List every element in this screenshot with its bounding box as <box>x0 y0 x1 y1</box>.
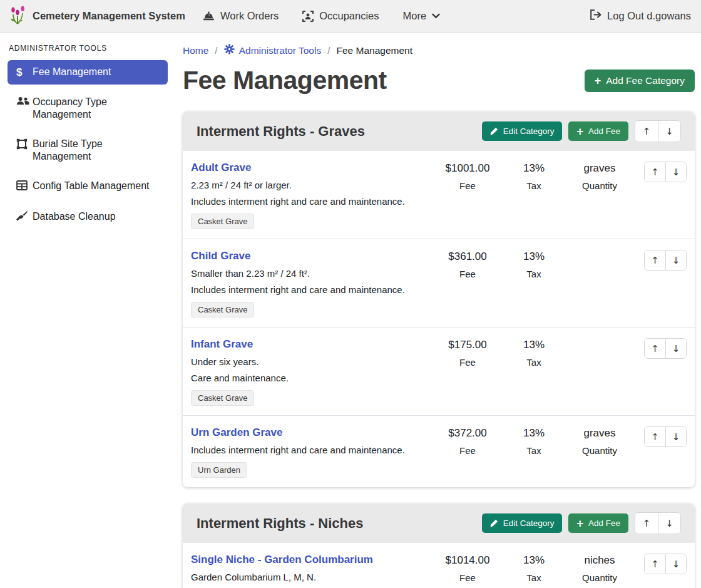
move-category-up-button[interactable]: ↑ <box>635 121 658 142</box>
fee-quantity-value: graves <box>563 427 637 440</box>
fee-tax-label: Tax <box>505 180 563 191</box>
fee-amount: $372.00 Fee <box>430 426 505 456</box>
top-navbar: Cemetery Management System Work Orders <box>0 0 701 33</box>
nav-links: Work Orders Occupancies More <box>203 10 440 22</box>
nav-item-more[interactable]: More <box>403 10 441 22</box>
plus-icon: + <box>576 127 583 136</box>
move-fee-up-button[interactable]: ↑ <box>645 554 665 574</box>
move-fee-down-button[interactable]: ↓ <box>665 162 686 182</box>
sidebar-item-occupancy-type-management[interactable]: Occupancy Type Management <box>8 90 168 126</box>
fee-amount-value: $175.00 <box>430 339 505 351</box>
hard-hat-icon <box>203 11 215 21</box>
fee-description: Includes interment right and care and ma… <box>191 445 430 455</box>
fee-tag: Casket Grave <box>191 390 254 406</box>
page-title: Fee Management <box>183 66 387 95</box>
fee-row-child-grave: Child Grave Smaller than 2.23 m² / 24 ft… <box>183 239 695 327</box>
sidebar-item-config-table-management[interactable]: Config Table Management <box>8 174 168 199</box>
move-fee-down-button[interactable]: ↓ <box>665 554 686 574</box>
fee-tax-value: 13% <box>505 162 563 175</box>
fee-row-single-niche: Single Niche - Garden Columbarium Garden… <box>183 543 695 588</box>
sidebar-item-label: Database Cleanup <box>33 210 116 223</box>
breadcrumb: Home / Administrator Tools <box>183 44 695 57</box>
nav-item-occupancies[interactable]: Occupancies <box>302 10 379 22</box>
fee-reorder-group: ↑ ↓ <box>644 554 687 574</box>
fee-amount: $361.00 Fee <box>430 250 505 279</box>
vector-square-icon <box>16 138 33 153</box>
move-fee-up-button[interactable]: ↑ <box>645 339 665 358</box>
fee-name-link[interactable]: Infant Grave <box>191 338 253 351</box>
fee-quantity-label: Quantity <box>563 572 637 583</box>
move-fee-up-button[interactable]: ↑ <box>645 250 665 270</box>
nav-label: More <box>403 10 427 22</box>
sidebar-item-label: Fee Management <box>33 66 111 78</box>
fee-amount-label: Fee <box>430 445 505 456</box>
logout-icon <box>590 9 601 23</box>
fee-description: Includes interment right and care and ma… <box>191 284 430 295</box>
app-brand[interactable]: Cemetery Management System <box>10 6 185 27</box>
add-fee-button[interactable]: + Add Fee <box>568 513 628 533</box>
fee-reorder-group: ↑ ↓ <box>644 162 687 182</box>
fee-amount-value: $372.00 <box>430 427 505 440</box>
nav-label: Work Orders <box>220 10 279 22</box>
fee-description: Under six years. <box>191 356 430 367</box>
move-fee-up-button[interactable]: ↑ <box>645 162 665 182</box>
add-fee-category-button[interactable]: + Add Fee Category <box>585 70 695 92</box>
nav-item-work-orders[interactable]: Work Orders <box>203 10 279 22</box>
broom-icon <box>16 211 33 225</box>
fee-amount: $1001.00 Fee <box>430 162 505 191</box>
fee-tax: 13% Tax <box>505 554 563 583</box>
plus-icon: + <box>595 76 601 85</box>
sidebar: ADMINISTRATOR TOOLS $ Fee Management Occ… <box>0 33 175 236</box>
sidebar-item-label: Config Table Management <box>33 180 150 192</box>
move-fee-up-button[interactable]: ↑ <box>645 427 665 446</box>
occupancy-frame-icon <box>302 11 314 22</box>
nav-label: Occupancies <box>319 10 379 22</box>
edit-category-button[interactable]: Edit Category <box>482 513 563 533</box>
move-category-down-button[interactable]: ↓ <box>658 513 680 534</box>
button-label: Add Fee <box>588 518 620 528</box>
plus-icon: + <box>576 519 583 528</box>
breadcrumb-label: Administrator Tools <box>239 45 322 56</box>
move-fee-down-button[interactable]: ↓ <box>665 339 686 358</box>
pencil-icon <box>490 519 498 527</box>
fee-quantity: graves Quantity <box>563 162 637 191</box>
sidebar-item-label: Burial Site Type Management <box>33 138 160 163</box>
fee-description: Smaller than 2.23 m² / 24 ft². <box>191 268 430 279</box>
fee-tax-label: Tax <box>505 445 563 456</box>
breadcrumb-home-link[interactable]: Home <box>183 45 208 56</box>
logout-button[interactable]: Log Out d.gowans <box>590 9 691 23</box>
main-content: Home / Administrator Tools <box>175 33 701 588</box>
fee-description: Garden Columbarium L, M, N. <box>191 572 430 582</box>
fee-amount-label: Fee <box>430 269 505 279</box>
fee-tax-value: 13% <box>505 554 563 567</box>
fee-tax: 13% Tax <box>505 250 563 279</box>
fee-name-link[interactable]: Child Grave <box>191 250 250 262</box>
fee-quantity-value: niches <box>563 554 637 567</box>
button-label: Add Fee <box>588 126 620 136</box>
add-fee-button[interactable]: + Add Fee <box>568 121 628 141</box>
gear-icon <box>224 44 235 57</box>
move-category-down-button[interactable]: ↓ <box>658 121 680 142</box>
fee-name-link[interactable]: Urn Garden Grave <box>191 426 282 439</box>
move-fee-down-button[interactable]: ↓ <box>665 250 686 270</box>
sidebar-item-fee-management[interactable]: $ Fee Management <box>8 60 168 85</box>
fee-name-link[interactable]: Adult Grave <box>191 162 251 174</box>
sidebar-item-burial-site-type-management[interactable]: Burial Site Type Management <box>8 132 168 168</box>
move-fee-down-button[interactable]: ↓ <box>665 427 686 446</box>
breadcrumb-admin-tools-link[interactable]: Administrator Tools <box>224 44 322 57</box>
app-title: Cemetery Management System <box>33 10 185 22</box>
fee-tax: 13% Tax <box>505 426 563 456</box>
fee-name-link[interactable]: Single Niche - Garden Columbarium <box>191 554 373 566</box>
fee-tax: 13% Tax <box>505 338 563 368</box>
category-header: Interment Rights - Niches Edit Category … <box>183 503 695 543</box>
sidebar-item-database-cleanup[interactable]: Database Cleanup <box>8 205 168 230</box>
move-category-up-button[interactable]: ↑ <box>635 513 658 534</box>
fee-quantity: niches Quantity <box>563 554 637 583</box>
edit-category-button[interactable]: Edit Category <box>482 121 563 141</box>
fee-quantity-label: Quantity <box>563 445 637 456</box>
category-title: Interment Rights - Graves <box>197 123 482 140</box>
sidebar-section-header: ADMINISTRATOR TOOLS <box>9 44 166 53</box>
category-header: Interment Rights - Graves Edit Category … <box>183 111 695 151</box>
fee-quantity-empty <box>563 338 637 339</box>
fee-tax-value: 13% <box>505 250 563 263</box>
